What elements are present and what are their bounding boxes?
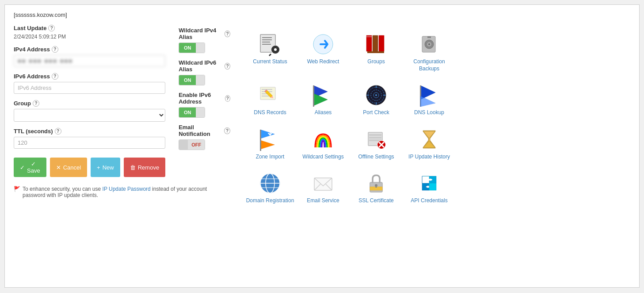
svg-rect-13: [373, 35, 378, 51]
last-update-help-icon[interactable]: ?: [48, 25, 55, 31]
wildcard-settings-label: Wildcard Settings: [302, 154, 343, 161]
icon-offline-settings[interactable]: Offline Settings: [350, 124, 403, 164]
footer-note: 🚩 To enhance security, you can use IP Up…: [14, 186, 230, 198]
domain-registration-label: Domain Registration: [246, 197, 294, 204]
wildcard-ipv6-help-icon[interactable]: ?: [225, 63, 230, 69]
svg-point-38: [375, 94, 377, 96]
wildcard-ipv4-group: Wildcard IPv4 Alias ? ON: [179, 27, 230, 53]
svg-marker-45: [420, 96, 435, 107]
zone-import-label: Zone Import: [256, 154, 285, 161]
content-wrapper: Last Update ? 2/24/2024 5:09:12 PM IPv4 …: [14, 25, 630, 208]
icon-ip-update-history[interactable]: IP Update History: [403, 124, 456, 164]
icon-dns-lookup[interactable]: DNS Lookup: [403, 80, 456, 120]
svg-rect-73: [376, 185, 377, 188]
group-help-icon[interactable]: ?: [33, 100, 39, 107]
svg-rect-51: [369, 137, 381, 139]
cancel-button[interactable]: ✕ Cancel: [50, 158, 87, 177]
svg-marker-32: [313, 93, 328, 106]
icon-domain-registration[interactable]: Domain Registration: [244, 168, 297, 208]
enable-ipv6-help-icon[interactable]: ?: [225, 95, 230, 102]
wildcard-ipv6-toggle[interactable]: ON: [179, 75, 205, 85]
ttl-input[interactable]: [14, 137, 165, 149]
enable-ipv6-label: Enable IPv6 Address ?: [179, 92, 230, 105]
cancel-icon: ✕: [56, 164, 61, 171]
ipv6-input[interactable]: [14, 82, 165, 94]
ipv4-group: IPv4 Address ?: [14, 46, 165, 67]
svg-rect-67: [314, 178, 332, 190]
icon-configuration-backups[interactable]: Configuration Backups: [403, 29, 456, 76]
port-check-label: Port Check: [363, 109, 389, 116]
ttl-group: TTL (seconds) ?: [14, 128, 165, 149]
wildcard-ipv4-toggle[interactable]: ON: [179, 42, 205, 53]
dns-lookup-label: DNS Lookup: [414, 109, 444, 116]
email-notification-label: Email Notification ?: [179, 124, 230, 137]
form-section: Last Update ? 2/24/2024 5:09:12 PM IPv4 …: [14, 25, 230, 177]
icon-groups[interactable]: Groups: [350, 29, 403, 76]
ip-update-password-link[interactable]: IP Update Password: [103, 186, 151, 192]
remove-button[interactable]: 🗑 Remove: [124, 158, 165, 177]
flag-icon: 🚩: [14, 186, 20, 192]
wildcard-ipv6-on: ON: [179, 75, 196, 85]
wildcard-ipv6-off-part: [196, 75, 205, 85]
ipv4-label: IPv4 Address ?: [14, 46, 165, 53]
domain-title: [sssssss.kozow.com]: [14, 12, 630, 18]
form-left-column: Last Update ? 2/24/2024 5:09:12 PM IPv4 …: [14, 25, 165, 177]
svg-rect-1: [262, 37, 272, 38]
icon-zone-import[interactable]: Zone Import: [244, 124, 297, 164]
ipv6-label: IPv6 Address ?: [14, 73, 165, 80]
icon-dns-records[interactable]: DNS Records: [244, 80, 297, 120]
icon-api-credentials[interactable]: API Credentials: [403, 168, 456, 208]
svg-rect-17: [367, 51, 384, 53]
enable-ipv6-toggle[interactable]: ON: [179, 107, 205, 118]
form-right-column: Wildcard IPv4 Alias ? ON Wildcard IPv6 A…: [179, 25, 230, 177]
svg-rect-12: [366, 36, 372, 37]
ttl-label: TTL (seconds) ?: [14, 128, 165, 135]
ssl-certificate-label: SSL Certificate: [358, 197, 394, 204]
wildcard-ipv4-on: ON: [179, 43, 196, 53]
wildcard-ipv4-help-icon[interactable]: ?: [225, 31, 230, 37]
save-icon: ✓: [20, 164, 25, 171]
email-notification-help-icon[interactable]: ?: [224, 127, 230, 134]
svg-rect-15: [379, 35, 384, 51]
email-notification-group: Email Notification ? OFF: [179, 124, 230, 151]
ipv6-group: IPv6 Address ?: [14, 73, 165, 94]
group-select[interactable]: [14, 109, 165, 122]
icon-aliases[interactable]: Aliases: [297, 80, 350, 120]
icon-wildcard-settings[interactable]: Wildcard Settings: [297, 124, 350, 164]
wildcard-ipv6-group: Wildcard IPv6 Alias ? ON: [179, 59, 230, 85]
svg-rect-50: [369, 134, 381, 136]
web-redirect-label: Web Redirect: [307, 58, 339, 66]
icon-email-service[interactable]: Email Service: [297, 168, 350, 208]
right-icons-panel: Current Status Web Redirect: [244, 25, 630, 208]
ipv6-help-icon[interactable]: ?: [52, 73, 58, 80]
last-update-group: Last Update ? 2/24/2024 5:09:12 PM: [14, 25, 165, 40]
last-update-label: Last Update ?: [14, 25, 165, 31]
enable-ipv6-off-part: [196, 108, 205, 117]
icon-ssl-certificate[interactable]: SSL Certificate: [350, 168, 403, 208]
svg-rect-3: [262, 42, 270, 42]
icon-web-redirect[interactable]: Web Redirect: [297, 29, 350, 76]
wildcard-ipv6-label: Wildcard IPv6 Alias ?: [179, 59, 230, 73]
svg-rect-33: [313, 85, 314, 107]
new-button[interactable]: + New: [91, 158, 120, 177]
main-container: [sssssss.kozow.com] Last Update ? 2/24/2…: [4, 4, 640, 288]
dns-records-label: DNS Records: [254, 109, 286, 116]
email-notification-toggle[interactable]: OFF: [179, 139, 205, 150]
group-label: Group ?: [14, 100, 165, 107]
ipv4-input[interactable]: [14, 55, 165, 67]
new-icon: +: [97, 164, 100, 171]
remove-icon: 🗑: [130, 164, 136, 171]
group-group: Group ?: [14, 100, 165, 122]
ttl-help-icon[interactable]: ?: [55, 128, 61, 135]
email-notification-on-part: [179, 140, 188, 150]
offline-settings-label: Offline Settings: [358, 154, 394, 161]
icon-port-check[interactable]: Port Check: [350, 80, 403, 120]
current-status-label: Current Status: [253, 58, 287, 66]
icon-current-status[interactable]: Current Status: [244, 29, 297, 76]
svg-rect-60: [429, 139, 430, 141]
svg-point-8: [274, 48, 277, 51]
ipv4-help-icon[interactable]: ?: [52, 46, 58, 53]
svg-rect-48: [260, 130, 261, 151]
wildcard-ipv4-label: Wildcard IPv4 Alias ?: [179, 27, 230, 40]
save-button[interactable]: ✓ ✓ Save: [14, 158, 46, 177]
